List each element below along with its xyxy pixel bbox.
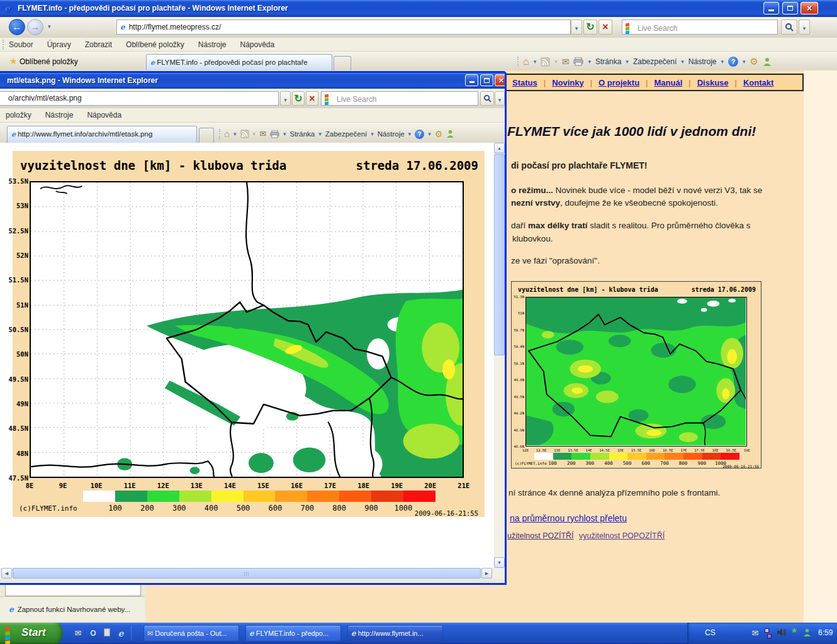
home-icon[interactable]: ⌂: [224, 126, 230, 142]
commandbar-grip[interactable]: [517, 57, 519, 67]
popup-search-box[interactable]: Live Search: [321, 91, 478, 106]
menu-item[interactable]: Úpravy: [47, 40, 71, 49]
chevron-down-icon[interactable]: ▾: [626, 54, 629, 69]
messenger-buddy-icon[interactable]: [446, 130, 454, 138]
menu-item[interactable]: Zobrazit: [85, 40, 112, 49]
popup-address-bar[interactable]: o/archiv/mtl/etask.png: [0, 91, 279, 106]
usability-day-after-link[interactable]: využitelnost POPOZÍTŘÍ: [579, 531, 665, 540]
vertical-scroll-thumb[interactable]: [494, 154, 505, 355]
chevron-down-icon[interactable]: ▾: [721, 54, 724, 69]
security-menu[interactable]: Zabezpečení: [325, 126, 368, 142]
restore-button[interactable]: [782, 2, 798, 14]
refresh-button[interactable]: ↻: [583, 19, 597, 35]
chevron-down-icon[interactable]: ▾: [233, 126, 237, 142]
close-button[interactable]: ×: [800, 2, 818, 14]
large-map-image[interactable]: vyuzitelnost dne [km] - klubova trida st…: [13, 151, 485, 517]
tray-volume-icon[interactable]: [777, 628, 787, 638]
chevron-down-icon[interactable]: ▾: [681, 54, 684, 69]
tools-menu[interactable]: Nástroje: [688, 54, 717, 69]
forward-button[interactable]: →: [27, 19, 43, 35]
site-nav-link[interactable]: Status: [512, 78, 537, 87]
tray-clock[interactable]: 6:59: [818, 628, 833, 637]
help-icon[interactable]: ?: [415, 130, 424, 139]
search-button[interactable]: [781, 19, 797, 35]
task-image-window[interactable]: e http://www.flymet.in...: [347, 625, 443, 641]
scroll-right-icon[interactable]: ▶: [481, 568, 492, 579]
scroll-up-icon[interactable]: ▲: [494, 143, 505, 153]
tray-mail-icon[interactable]: ✉: [750, 628, 760, 638]
favorites-button[interactable]: ★ Oblíbené položky: [4, 53, 84, 69]
chevron-down-icon[interactable]: ▾: [588, 54, 591, 69]
popup-close-button[interactable]: ×: [495, 74, 507, 86]
help-icon[interactable]: ?: [728, 57, 738, 67]
menu-item[interactable]: Nápověda: [87, 111, 121, 119]
home-icon[interactable]: ⌂: [523, 54, 529, 69]
new-tab-stub[interactable]: [334, 56, 351, 70]
tray-network-icon[interactable]: [763, 628, 773, 638]
start-button[interactable]: Start: [0, 623, 62, 644]
chevron-down-icon[interactable]: ▾: [428, 126, 431, 142]
menu-item[interactable]: Oblíbené položky: [126, 40, 184, 49]
quicklaunch-outlook-icon[interactable]: O: [88, 628, 98, 638]
popup-refresh-button[interactable]: ↻: [292, 91, 305, 106]
main-titlebar[interactable]: e FLYMET.info - předpovědi počasí pro pl…: [0, 0, 837, 17]
menu-item[interactable]: Nástroje: [45, 111, 74, 119]
popup-minimize-button[interactable]: [465, 74, 478, 86]
menu-item[interactable]: Nápověda: [240, 40, 275, 49]
chevron-down-icon[interactable]: ▾: [743, 54, 746, 69]
main-tab[interactable]: e FLYMET.info - předpovědi počasí pro pl…: [146, 54, 332, 70]
scroll-down-icon[interactable]: ▼: [494, 557, 505, 568]
menu-item[interactable]: Nástroje: [198, 40, 227, 49]
usability-tomorrow-link[interactable]: užitelnost POZÍTŘÍ: [507, 531, 574, 540]
small-map-image[interactable]: vyuzitelnost dne [km] - klubova trida st…: [511, 281, 761, 469]
page-menu[interactable]: Stránka: [595, 54, 621, 69]
gear-icon[interactable]: ⚙: [435, 126, 443, 142]
messenger-buddy-icon[interactable]: [763, 57, 772, 67]
popup-address-dropdown[interactable]: ▾: [280, 91, 291, 106]
horizontal-scroll-thumb[interactable]: |||: [13, 568, 481, 579]
site-nav-link[interactable]: Novinky: [537, 78, 584, 87]
tray-language-indicator[interactable]: CS: [705, 628, 716, 637]
rss-icon[interactable]: [240, 130, 249, 138]
tray-buddy-icon[interactable]: [802, 628, 812, 638]
task-flymet[interactable]: e FLYMET.info - předpo...: [245, 625, 341, 641]
popup-tab[interactable]: e http://www.flymet.info/archiv/mtl/etas…: [7, 126, 197, 143]
mail-icon[interactable]: ✉: [259, 126, 266, 142]
quicklaunch-ie-icon[interactable]: e: [116, 628, 126, 638]
site-nav-link[interactable]: Manuál: [639, 78, 682, 87]
popup-new-tab-stub[interactable]: [199, 128, 214, 143]
task-outlook[interactable]: ✉ Doručená pošta - Out...: [143, 625, 239, 641]
page-menu[interactable]: Stránka: [290, 126, 315, 142]
popup-restore-button[interactable]: [480, 74, 493, 86]
tray-icq-flower-icon[interactable]: *: [789, 628, 799, 638]
scroll-left-icon[interactable]: ◀: [1, 568, 12, 579]
avg-speed-link[interactable]: na průměrnou rychlost přeletu: [510, 513, 627, 523]
tools-menu[interactable]: Nástroje: [378, 126, 405, 142]
address-dropdown[interactable]: ▾: [571, 19, 582, 35]
menu-grip[interactable]: [3, 40, 4, 50]
popup-stop-button[interactable]: ×: [306, 91, 318, 106]
commandbar-grip[interactable]: [219, 129, 220, 139]
site-nav-link[interactable]: Diskuse: [682, 78, 728, 87]
chevron-down-icon[interactable]: ▾: [283, 126, 286, 142]
rss-icon[interactable]: [541, 57, 550, 67]
site-nav-link[interactable]: O projektu: [584, 78, 639, 87]
quicklaunch-mail-icon[interactable]: ✉: [73, 628, 83, 638]
menu-item[interactable]: položky: [6, 111, 31, 119]
mail-icon[interactable]: ✉: [562, 54, 570, 69]
site-nav-link[interactable]: Kontakt: [729, 78, 774, 87]
back-button[interactable]: ←: [9, 19, 25, 35]
suggested-sites-bar[interactable]: eZapnout funkci Navrhované weby...: [0, 596, 145, 621]
popup-search-options-dropdown[interactable]: ▾: [495, 91, 505, 106]
vertical-scrollbar[interactable]: ▲ ▼: [494, 143, 505, 568]
print-icon[interactable]: [573, 57, 583, 66]
security-menu[interactable]: Zabezpečení: [633, 54, 677, 69]
gear-icon[interactable]: ⚙: [750, 54, 758, 69]
horizontal-scrollbar[interactable]: ◀ ||| ▶: [0, 568, 505, 579]
chevron-down-icon[interactable]: ▾: [318, 126, 322, 142]
main-address-bar[interactable]: ehttp://flymet.meteopress.cz/: [116, 19, 571, 35]
chevron-down-icon[interactable]: ▾: [371, 126, 374, 142]
popup-search-button[interactable]: [480, 91, 494, 106]
stop-button[interactable]: ×: [598, 19, 612, 35]
minimize-button[interactable]: [763, 2, 779, 14]
